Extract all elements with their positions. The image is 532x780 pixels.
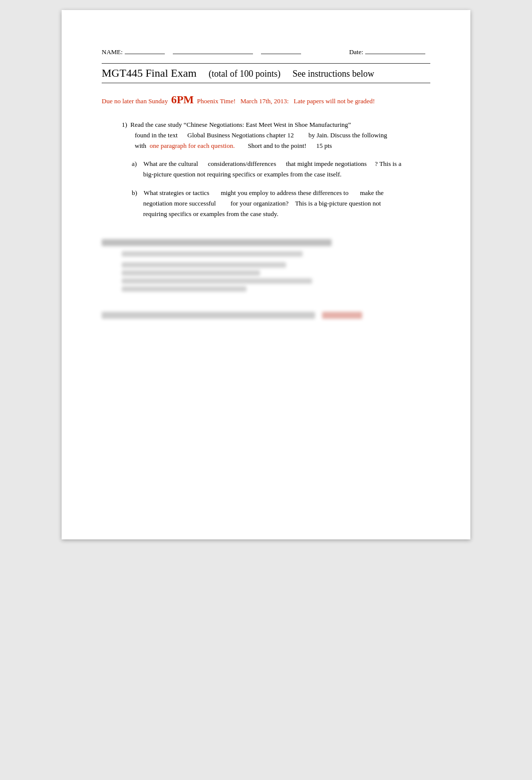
q1-l3pts: 15 pts	[316, 142, 332, 149]
name-date-row: NAME: Date:	[102, 46, 430, 56]
date-field	[365, 46, 425, 54]
q1-l3red: one paragraph for each question.	[150, 142, 235, 149]
blurred-sub-1-1	[122, 251, 303, 257]
name-field-3	[261, 46, 301, 54]
name-field-1	[125, 46, 165, 54]
q1-l2p3: by Jain. Discuss the following	[309, 131, 387, 139]
see-instructions: See instructions below	[293, 69, 374, 79]
q1-line1: Read the case study “Chinese Negotiation…	[130, 121, 351, 128]
blurred-sub-1-2	[122, 262, 286, 268]
sub-b-l2p3: This is a big-picture question not	[295, 200, 381, 207]
blurred-footer-line	[102, 312, 315, 319]
sub-b-l2p2: for your organization?	[230, 200, 289, 207]
q1-l3p1: with	[135, 142, 146, 149]
blurred-footer-row	[102, 312, 430, 319]
sub-question-b: b) What strategies or tactics might you …	[132, 188, 430, 219]
blurred-sub-1-4	[122, 278, 312, 284]
sub-a-label: a)	[132, 160, 137, 167]
total-points: (total of 100 points)	[208, 69, 280, 79]
due-late-warning: Late papers will not be graded!	[294, 97, 375, 105]
title-row: MGT445 Final Exam (total of 100 points) …	[102, 63, 430, 83]
sub-a-l1p4: ? This is a	[375, 160, 401, 167]
sub-a-l1p2: considerations/differences	[208, 160, 276, 167]
due-suffix: Phoenix Time!	[197, 97, 235, 105]
sub-b-l1p1: What strategies or tactics	[144, 189, 209, 197]
blurred-sub-1-5	[122, 286, 246, 292]
q1-l2p1: found in the text	[135, 131, 178, 139]
sub-b-l3: requiring specifics or examples from the…	[143, 210, 279, 218]
exam-page: NAME: Date: MGT445 Final Exam (total of …	[62, 10, 470, 539]
sub-b-l1p3: make the	[360, 189, 383, 197]
q1-l2p2: Global Business Negotiations chapter 12	[187, 131, 294, 139]
due-time: 6PM	[171, 93, 194, 106]
blurred-block-1	[102, 239, 430, 292]
sub-b-l1p2: might you employ to address these differ…	[221, 189, 349, 197]
name-label: NAME:	[102, 48, 123, 56]
due-notice: Due no later than Sunday 6PM Phoenix Tim…	[102, 91, 430, 108]
sub-a-l1p3: that might impede negotiations	[286, 160, 367, 167]
name-field-2	[173, 46, 253, 54]
due-date-info: March 17th, 2013:	[240, 97, 289, 105]
due-prefix: Due no later than Sunday	[102, 97, 168, 105]
exam-title: MGT445 Final Exam	[102, 67, 196, 80]
sub-question-a: a) What are the cultural considerations/…	[132, 159, 430, 180]
question-1-body: 1) Read the case study “Chinese Negotiat…	[122, 120, 430, 151]
q1-number: 1)	[122, 121, 127, 128]
sub-a-l1p1: What are the cultural	[143, 160, 198, 167]
sub-b-label: b)	[132, 189, 137, 197]
questions-section: 1) Read the case study “Chinese Negotiat…	[102, 120, 430, 219]
question-1: 1) Read the case study “Chinese Negotiat…	[102, 120, 430, 219]
sub-b-l2p1: negotiation more successful	[143, 200, 216, 207]
date-label: Date:	[349, 48, 363, 56]
q1-l3p2: Short and to the point!	[248, 142, 307, 149]
blurred-sub-1-3	[122, 270, 260, 276]
blurred-section	[102, 239, 430, 319]
blurred-footer-red	[322, 312, 362, 319]
blurred-title-1	[102, 239, 332, 246]
sub-a-l2: big-picture question not requiring speci…	[143, 170, 342, 178]
